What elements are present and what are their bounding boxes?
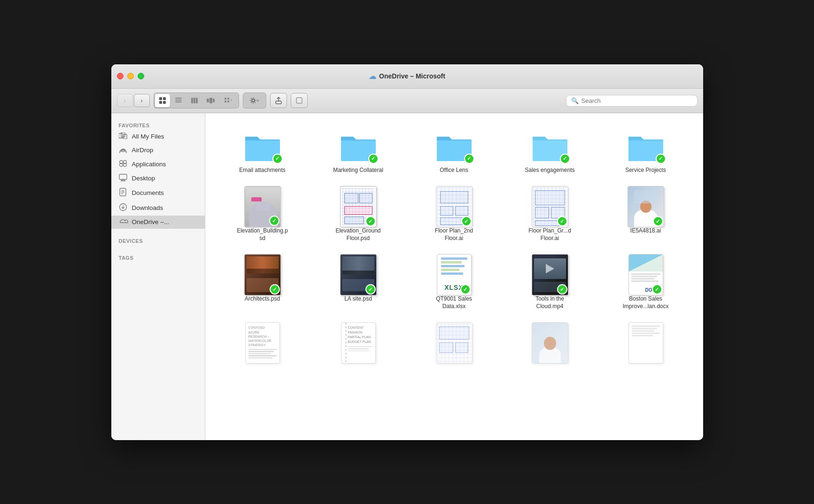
file-icon-wrap-partial-5 [625, 324, 667, 362]
sidebar-item-label-documents: Documents [132, 189, 164, 196]
file-item-partial-1[interactable]: CONTOSO AZURE RESEARCH – WATERCOLOR STRA… [215, 319, 310, 366]
file-item-floor-plan-grd[interactable]: ✓ Floor Plan_Gr...d Floor.ai [502, 183, 598, 247]
svg-rect-9 [196, 98, 198, 103]
svg-rect-20 [296, 98, 302, 103]
desktop-icon [119, 174, 127, 183]
main-layout: Favorites All My Files AirDrop Applicati… [111, 113, 703, 440]
file-label-architects: Architects.psd [245, 295, 280, 303]
sidebar-item-all-my-files[interactable]: All My Files [111, 130, 205, 143]
view-grid-dropdown-button[interactable] [219, 94, 238, 107]
svg-point-18 [252, 99, 255, 102]
onedrive-icon [119, 218, 127, 226]
grid-dropdown-icon [224, 97, 233, 104]
file-item-architects[interactable]: ✓ Architects.psd [215, 251, 310, 315]
tag-button[interactable] [291, 93, 308, 108]
forward-button[interactable]: › [134, 94, 150, 107]
file-item-la-site[interactable]: ✓ LA site.psd [310, 251, 406, 315]
view-cover-button[interactable] [203, 94, 218, 107]
file-item-partial-4[interactable] [502, 319, 598, 366]
share-button[interactable] [270, 93, 287, 108]
file-item-elevation-building[interactable]: ✓ Elevation_Building.psd [215, 183, 310, 247]
gear-button[interactable]: ▾ [244, 94, 265, 107]
file-item-partial-2[interactable]: CONTENT FASHION PARTIAL PLAN BUDGET PLAN [310, 319, 406, 366]
file-item-qt9001[interactable]: XLSX ✓ QT9001 Sales Data.xlsx [406, 251, 502, 315]
file-icon-wrap-partial-2: CONTENT FASHION PARTIAL PLAN BUDGET PLAN [337, 324, 380, 362]
file-icon-wrap-partial-1: CONTOSO AZURE RESEARCH – WATERCOLOR STRA… [241, 324, 284, 362]
file-item-elevation-ground[interactable]: ✓ Elevation_Ground Floor.psd [310, 183, 406, 247]
back-button[interactable]: ‹ [117, 94, 133, 107]
file-icon-wrap-elevation-ground: ✓ [337, 188, 380, 225]
file-label-boston-sales: Boston Sales Improve...lan.docx [620, 295, 672, 310]
minimize-button[interactable] [127, 73, 134, 79]
applications-icon [119, 160, 127, 169]
file-item-ie5a4818[interactable]: ✓ IE5A4818.ai [598, 183, 694, 247]
airdrop-icon [119, 146, 127, 155]
documents-icon [119, 188, 127, 198]
svg-rect-13 [225, 98, 226, 100]
view-column-button[interactable] [187, 94, 202, 107]
sidebar-item-label-onedrive: OneDrive –... [132, 218, 170, 225]
sync-badge-office-lens: ✓ [464, 154, 474, 164]
folder-icon-wrap-marketing: ✓ [337, 127, 380, 165]
file-item-partial-5[interactable] [598, 319, 694, 366]
svg-rect-5 [175, 100, 182, 101]
file-item-email-attachments[interactable]: ✓ Email attachments [215, 123, 310, 179]
sidebar-item-onedrive[interactable]: OneDrive –... [111, 216, 205, 229]
folder-icon-wrap-service: ✓ [625, 127, 667, 165]
file-label-la-site: LA site.psd [344, 295, 372, 303]
file-item-marketing-collateral[interactable]: ✓ Marketing Collateral [310, 123, 406, 179]
window-title: ☁ OneDrive – Microsoft [369, 72, 445, 81]
svg-rect-6 [175, 101, 182, 102]
finder-window: ☁ OneDrive – Microsoft ‹ › [111, 64, 703, 440]
file-icon-wrap-elevation-building: ✓ [241, 188, 284, 225]
svg-rect-1 [163, 97, 166, 100]
file-icon-wrap-boston-sales: DOCX ✓ [625, 256, 667, 294]
sidebar-item-documents[interactable]: Documents [111, 186, 205, 201]
svg-rect-14 [227, 98, 229, 100]
file-label-email-attachments: Email attachments [239, 167, 286, 174]
sidebar-item-label-downloads: Downloads [132, 204, 163, 211]
gear-icon [249, 97, 257, 104]
folder-icon-wrap-office-lens: ✓ [433, 127, 475, 165]
sidebar-item-desktop[interactable]: Desktop [111, 171, 205, 186]
sidebar-item-downloads[interactable]: Downloads [111, 201, 205, 216]
file-icon-wrap-qt9001: XLSX ✓ [433, 256, 475, 294]
sync-badge-marketing: ✓ [368, 154, 379, 164]
file-label-floor-plan-2nd: Floor Plan_2nd Floor.ai [428, 227, 480, 242]
file-item-sales-engagements[interactable]: ✓ Sales engagements [502, 123, 598, 179]
toolbar: ‹ › [111, 89, 703, 113]
sidebar-item-airdrop[interactable]: AirDrop [111, 143, 205, 157]
sidebar-item-applications[interactable]: Applications [111, 157, 205, 171]
file-icon-wrap-tools-cloud: ✓ [529, 256, 571, 294]
grid-view-icon [159, 97, 166, 104]
svg-marker-17 [231, 100, 232, 101]
file-item-service-projects[interactable]: ✓ Service Projects [598, 123, 694, 179]
close-button[interactable] [117, 73, 124, 79]
view-mode-group [154, 93, 239, 109]
file-item-partial-3[interactable] [406, 319, 502, 366]
file-item-office-lens[interactable]: ✓ Office Lens [406, 123, 502, 179]
cloud-icon: ☁ [369, 72, 376, 81]
tag-icon [295, 97, 303, 104]
sidebar-item-label-airdrop: AirDrop [132, 147, 154, 154]
search-input[interactable] [581, 97, 692, 104]
svg-rect-12 [213, 99, 215, 102]
view-icon-grid-button[interactable] [155, 94, 170, 107]
fullscreen-button[interactable] [138, 73, 144, 79]
file-icon-wrap-ie5a4818: ✓ [625, 188, 667, 225]
file-item-boston-sales[interactable]: DOCX ✓ Boston Sales Improve...lan.docx [598, 251, 694, 315]
svg-rect-15 [225, 101, 226, 102]
svg-rect-0 [159, 97, 162, 100]
file-label-qt9001: QT9001 Sales Data.xlsx [428, 295, 480, 310]
file-item-floor-plan-2nd[interactable]: ✓ Floor Plan_2nd Floor.ai [406, 183, 502, 247]
svg-rect-2 [159, 101, 162, 104]
column-view-icon [191, 97, 198, 104]
downloads-icon [119, 203, 127, 213]
traffic-lights [117, 73, 144, 79]
file-icon-wrap-partial-4 [529, 324, 571, 362]
file-item-tools-cloud[interactable]: ✓ Tools in the Cloud.mp4 [502, 251, 598, 315]
svg-rect-11 [209, 98, 212, 103]
view-list-button[interactable] [171, 94, 186, 107]
file-label-elevation-ground: Elevation_Ground Floor.psd [333, 227, 384, 242]
svg-rect-10 [207, 99, 209, 102]
